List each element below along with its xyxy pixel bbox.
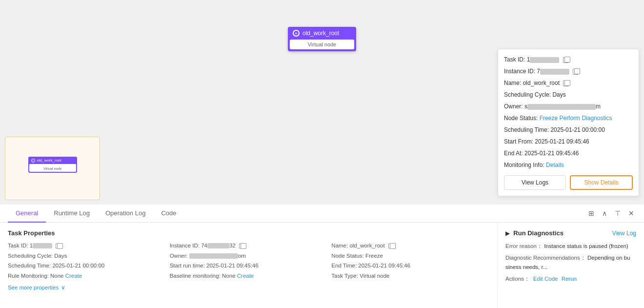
collapse-up-icon[interactable]: ∧ xyxy=(600,207,609,219)
mini-node-plus-icon: + xyxy=(31,159,35,163)
tab-runtime-log[interactable]: Runtime Log xyxy=(46,205,98,223)
prop-owner: Owner: om xyxy=(170,251,328,261)
canvas-area: + old_work_root Virtual node + old_work_… xyxy=(0,0,644,205)
monitoring-details-link[interactable]: Details xyxy=(546,162,564,168)
owner-prop-blurred xyxy=(189,253,238,259)
mini-node-subtitle: Virtual node xyxy=(43,167,61,170)
mini-node-title: old_work_root xyxy=(37,158,61,163)
close-panel-icon[interactable]: ✕ xyxy=(626,207,636,219)
app-container: + old_work_root Virtual node + old_work_… xyxy=(0,0,644,308)
instance-id-prop-blurred xyxy=(207,243,229,248)
diagnostics-title: Run Diagnostics xyxy=(513,229,564,237)
mini-map: + old_work_root Virtual node xyxy=(5,137,100,200)
info-end-at: End At: 2025-01-21 09:45:46 xyxy=(504,149,633,158)
diagnostics-title-area: ▶ Run Diagnostics xyxy=(505,229,564,237)
props-col3: Name: old_work_root Node Status: Freeze … xyxy=(331,241,489,281)
node-title: old_work_root xyxy=(302,30,339,37)
prop-rule-monitoring: Rule Monitoring: None Create xyxy=(8,271,166,281)
prop-task-id: Task ID: 1 xyxy=(8,241,166,251)
info-name: Name: old_work_root xyxy=(504,79,633,87)
prop-start-run-time: Start run time: 2025-01-21 09:45:46 xyxy=(170,261,328,271)
prop-baseline-monitoring: Baseline monitoring: None Create xyxy=(170,271,328,281)
perform-diagnostics-link[interactable]: Perform Diagnostics xyxy=(559,115,612,122)
info-node-status: Node Status: Freeze Perform Diagnostics xyxy=(504,114,633,123)
props-col2: Instance ID: 7432 Owner: om Start run ti… xyxy=(170,241,328,281)
prop-task-type: Task Type: Virtual node xyxy=(331,271,489,281)
diagnostics-panel: ▶ Run Diagnostics View Log Error reason：… xyxy=(498,223,644,308)
diagnostics-header: ▶ Run Diagnostics View Log xyxy=(505,229,636,237)
tabs-bar: General Runtime Log Operation Log Code ⊞… xyxy=(0,205,644,223)
baseline-monitoring-create-link[interactable]: Create xyxy=(237,273,254,279)
owner-blurred xyxy=(527,104,596,110)
pin-icon[interactable]: ⊤ xyxy=(613,207,623,219)
info-task-id: Task ID: 1 xyxy=(504,55,633,64)
info-scheduling-cycle: Scheduling Cycle: Days xyxy=(504,90,633,99)
tab-general[interactable]: General xyxy=(8,205,46,223)
prop-scheduling-cycle: Scheduling Cycle: Days xyxy=(8,251,166,261)
tab-code[interactable]: Code xyxy=(153,205,184,223)
instance-id-copy-icon[interactable] xyxy=(573,69,579,75)
prop-name: Name: old_work_root xyxy=(331,241,489,251)
split-view-icon[interactable]: ⊞ xyxy=(586,207,596,219)
tab-operation-log[interactable]: Operation Log xyxy=(98,205,153,223)
instance-id-blurred xyxy=(540,69,569,75)
task-properties-title: Task Properties xyxy=(8,229,489,237)
edit-code-link[interactable]: Edit Code xyxy=(533,276,558,282)
info-start-from: Start From: 2025-01-21 09:45:46 xyxy=(504,137,633,146)
prop-name-copy[interactable] xyxy=(388,244,393,248)
info-panel-buttons: View Logs Show Details xyxy=(504,175,633,190)
task-id-blurred xyxy=(530,57,559,63)
diag-error-reason: Error reason： Instance status is paused … xyxy=(505,242,636,250)
props-col1: Task ID: 1 Scheduling Cycle: Days Schedu… xyxy=(8,241,166,281)
info-scheduling-time: Scheduling Time: 2025-01-21 00:00:00 xyxy=(504,125,633,134)
props-grid: Task ID: 1 Scheduling Cycle: Days Schedu… xyxy=(8,241,489,281)
node-expand-icon[interactable]: + xyxy=(293,30,300,37)
diagnostics-view-log-link[interactable]: View Log xyxy=(612,230,636,237)
view-logs-button[interactable]: View Logs xyxy=(504,175,566,190)
see-more-properties[interactable]: See more properties ∨ xyxy=(8,284,65,291)
name-copy-icon[interactable] xyxy=(563,81,569,86)
prop-node-status: Node Status: Freeze xyxy=(331,251,489,261)
node-status-value: Freeze xyxy=(540,115,558,122)
rule-monitoring-create-link[interactable]: Create xyxy=(65,273,82,279)
diag-recommendations: Diagnostic Recommendations： Depending on… xyxy=(505,253,636,271)
mini-map-node: + old_work_root Virtual node xyxy=(28,157,77,173)
prop-task-id-copy[interactable] xyxy=(56,244,60,248)
tab-controls: ⊞ ∧ ⊤ ✕ xyxy=(586,207,636,219)
prop-instance-id: Instance ID: 7432 xyxy=(170,241,328,251)
prop-scheduling-time: Scheduling Time: 2025-01-21 00:00:00 xyxy=(8,261,166,271)
main-node[interactable]: + old_work_root Virtual node xyxy=(288,27,356,51)
rerun-link[interactable]: Rerun xyxy=(562,276,577,282)
bottom-area: Task Properties Task ID: 1 Scheduling Cy… xyxy=(0,223,644,308)
task-id-prop-blurred xyxy=(33,243,52,248)
properties-panel: Task Properties Task ID: 1 Scheduling Cy… xyxy=(0,223,498,308)
info-monitoring: Monitoring Info: Details xyxy=(504,161,633,169)
prop-end-time: End Time: 2025-01-21 09:45:46 xyxy=(331,261,489,271)
info-owner: Owner: sm xyxy=(504,102,633,111)
show-details-button[interactable]: Show Details xyxy=(570,175,633,190)
expand-triangle-icon[interactable]: ▶ xyxy=(505,230,510,237)
diag-actions: Actions： Edit Code Rerun xyxy=(505,275,636,283)
info-panel: Task ID: 1 Instance ID: 7 Name: old_work… xyxy=(498,49,639,196)
prop-instance-id-copy[interactable] xyxy=(239,244,244,248)
task-id-copy-icon[interactable] xyxy=(563,57,569,63)
info-instance-id: Instance ID: 7 xyxy=(504,67,633,76)
node-subtitle: Virtual node xyxy=(308,41,337,47)
